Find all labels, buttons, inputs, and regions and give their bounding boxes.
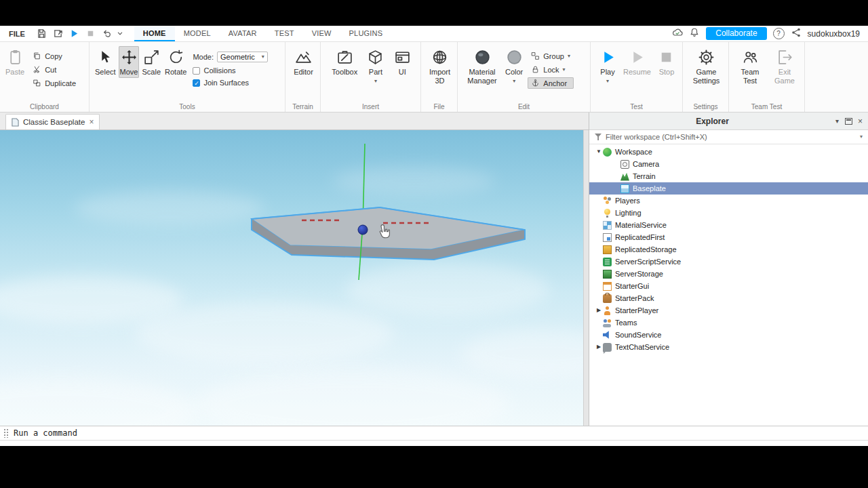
collisions-checkbox[interactable] [193, 67, 200, 75]
starter-pack-icon [603, 294, 612, 303]
scale-tool-button[interactable]: Scale [140, 46, 162, 78]
mode-dropdown[interactable]: Geometric ▾ [217, 52, 268, 62]
chevron-down-icon[interactable]: ▾ [374, 79, 377, 84]
game-settings-button[interactable]: Game Settings [687, 46, 726, 86]
part-button[interactable]: Part ▾ [366, 46, 385, 85]
command-bar-drag-handle[interactable] [3, 428, 9, 438]
explorer-filter-row[interactable]: Filter workspace (Ctrl+Shift+X) ▾ [589, 130, 868, 144]
notifications-bell-icon[interactable] [689, 27, 700, 41]
tree-row-baseplate[interactable]: Baseplate [589, 182, 868, 195]
tab-view[interactable]: VIEW [303, 26, 340, 41]
teams-icon [603, 319, 612, 327]
import-3d-button[interactable]: Import 3D [425, 46, 454, 86]
tab-model[interactable]: MODEL [175, 26, 220, 41]
tree-row-replicatedstorage[interactable]: ReplicatedStorage [589, 243, 868, 256]
play-button[interactable]: Play ▾ [598, 46, 618, 85]
chevron-down-icon[interactable]: ▾ [606, 79, 609, 84]
ui-button[interactable]: UI [393, 46, 412, 78]
lock-button[interactable]: Lock ▾ [528, 64, 574, 75]
material-manager-button[interactable]: Material Manager [462, 46, 502, 86]
toolbox-button[interactable]: Toolbox [330, 46, 359, 78]
tree-row-teams[interactable]: Teams [589, 317, 868, 329]
file-menu-button[interactable]: FILE [0, 26, 34, 41]
terrain-editor-button[interactable]: Editor [292, 46, 315, 78]
expand-arrow-icon[interactable]: ▶ [595, 344, 603, 350]
paste-button[interactable]: Paste [4, 46, 26, 78]
tree-label: ReplicatedFirst [615, 233, 665, 241]
chevron-down-icon[interactable]: ▾ [563, 67, 566, 73]
join-surfaces-checkbox-row[interactable]: ✓ Join Surfaces [191, 79, 269, 87]
tree-row-starterplayer[interactable]: ▶ StarterPlayer [589, 304, 868, 317]
sound-service-icon [603, 331, 612, 340]
cloud-sync-icon[interactable] [672, 27, 683, 41]
camera-icon [620, 160, 629, 169]
tree-row-startergui[interactable]: StarterGui [589, 280, 868, 292]
tree-row-terrain[interactable]: Terrain [589, 170, 868, 182]
cut-button[interactable]: Cut [29, 64, 79, 75]
chevron-down-icon[interactable]: ▾ [835, 118, 839, 125]
help-icon[interactable]: ? [773, 28, 785, 39]
mode-value: Geometric [220, 53, 255, 61]
tree-row-serverscriptservice[interactable]: ServerScriptService [589, 256, 868, 268]
tree-row-serverstorage[interactable]: ServerStorage [589, 268, 868, 280]
command-input-placeholder[interactable]: Run a command [14, 428, 77, 438]
rotate-tool-button[interactable]: Rotate [163, 46, 188, 78]
play-quick-icon[interactable] [66, 26, 83, 41]
team-test-button[interactable]: Team Test [734, 46, 766, 86]
button-label: Lock [543, 66, 559, 74]
group-button[interactable]: Group ▾ [528, 50, 574, 62]
copy-button[interactable]: Copy [29, 50, 79, 62]
expand-arrow-icon[interactable]: ▶ [595, 308, 603, 313]
command-bar[interactable]: Run a command [0, 426, 868, 441]
anchor-button[interactable]: Anchor [528, 77, 574, 89]
move-tool-button[interactable]: Move [119, 46, 140, 78]
tree-row-textchatservice[interactable]: ▶ TextChatService [589, 341, 868, 353]
document-tab-classic-baseplate[interactable]: Classic Baseplate × [5, 114, 100, 129]
username-label[interactable]: sudokuxbox19 [808, 29, 860, 39]
tab-plugins[interactable]: PLUGINS [340, 26, 392, 41]
share-icon[interactable] [791, 27, 802, 41]
float-panel-icon[interactable] [845, 118, 852, 125]
chevron-down-icon[interactable]: ▾ [860, 134, 863, 140]
chevron-down-icon: ▾ [262, 54, 264, 60]
collisions-checkbox-row[interactable]: Collisions [191, 66, 269, 75]
select-tool-button[interactable]: Select [94, 46, 117, 78]
tree-row-players[interactable]: Players [589, 195, 868, 207]
tab-avatar[interactable]: AVATAR [220, 26, 266, 41]
button-label: Toolbox [332, 68, 357, 77]
chevron-down-icon[interactable]: ▾ [513, 79, 515, 84]
join-surfaces-checkbox[interactable]: ✓ [193, 79, 200, 87]
viewport-explorer-splitter[interactable] [583, 130, 589, 426]
move-gizmo-handle[interactable] [358, 225, 368, 235]
tab-test[interactable]: TEST [266, 26, 303, 41]
tree-row-replicatedfirst[interactable]: ReplicatedFirst [589, 231, 868, 243]
publish-icon[interactable] [50, 26, 66, 41]
tree-label: StarterPack [615, 294, 654, 302]
ribbon-section-clipboard: Paste Copy Cut Duplicate Clipboard [0, 42, 90, 112]
tree-row-camera[interactable]: Camera [589, 158, 868, 170]
ribbon-section-edit: Material Manager Color ▾ Group ▾ Lock ▾ … [458, 42, 591, 112]
save-icon[interactable] [34, 26, 50, 41]
explorer-tree: ▼ Workspace Camera Terrain Baseplate Pla… [589, 144, 868, 426]
tree-row-starterpack[interactable]: StarterPack [589, 292, 868, 304]
chevron-down-icon[interactable]: ▾ [568, 54, 570, 59]
tree-row-soundservice[interactable]: SoundService [589, 329, 868, 341]
explorer-header: Explorer ▾ × [589, 113, 868, 130]
undo-icon[interactable] [99, 26, 115, 41]
3d-viewport[interactable] [0, 130, 583, 426]
mode-row: Mode: Geometric ▾ [191, 52, 269, 62]
expand-arrow-icon[interactable]: ▼ [595, 149, 603, 155]
tree-row-materialservice[interactable]: MaterialService [589, 219, 868, 231]
color-button[interactable]: Color ▾ [504, 46, 524, 85]
checkbox-label: Collisions [203, 66, 235, 75]
ribbon-section-test: Play ▾ Resume Stop Test [591, 42, 683, 112]
duplicate-button[interactable]: Duplicate [29, 77, 79, 89]
close-tab-icon[interactable]: × [89, 118, 94, 126]
status-strip [0, 441, 868, 446]
tab-home[interactable]: HOME [134, 26, 175, 41]
collaborate-button[interactable]: Collaborate [706, 27, 766, 40]
redo-dropdown-icon[interactable] [115, 26, 125, 41]
tree-row-workspace[interactable]: ▼ Workspace [589, 146, 868, 158]
close-panel-icon[interactable]: × [858, 117, 863, 125]
tree-row-lighting[interactable]: Lighting [589, 207, 868, 219]
